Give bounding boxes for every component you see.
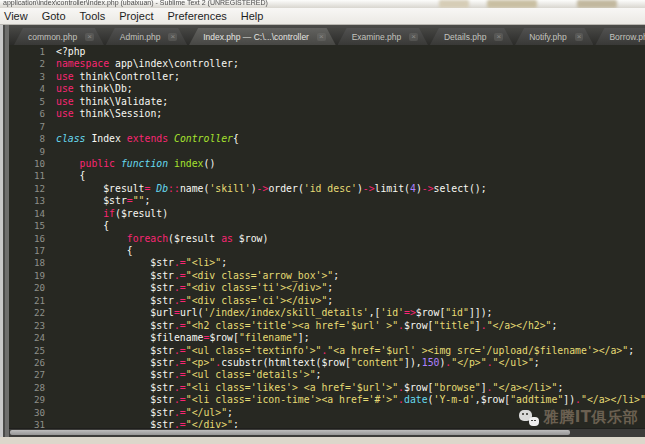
line-number: 21	[9, 295, 56, 307]
code-text: {	[56, 245, 133, 257]
titlebar-decor	[577, 0, 617, 8]
window-body: common.php×Admin.php×Index.php — C:\...\…	[0, 25, 645, 437]
sublime-window: application\index\controller\Index.php (…	[0, 0, 645, 444]
code-line: 12 $result= Db::name('skill')->order('id…	[9, 183, 645, 195]
menu-item-tools[interactable]: Tools	[73, 10, 113, 22]
code-line: 22 $url=url('/index/index/skill_details'…	[9, 307, 645, 319]
tab-notify-php[interactable]: Notify.php×	[515, 28, 593, 45]
line-number: 19	[9, 270, 56, 282]
code-text: $result= Db::name('skill')->order('id de…	[56, 183, 487, 195]
code-text: $str.="<div class='arrow_box'>";	[56, 270, 339, 282]
code-text: $str.="<h2 class='title'><a href='$url' …	[56, 320, 557, 332]
tab-label: Admin.php	[120, 32, 161, 42]
window-bottom-edge	[0, 437, 645, 444]
menu-item-help[interactable]: Help	[234, 10, 271, 22]
line-number: 25	[9, 345, 56, 357]
tab-close-icon[interactable]: ×	[168, 33, 177, 41]
line-number: 23	[9, 320, 56, 332]
tab-details-php[interactable]: Details.php×	[430, 28, 513, 45]
code-text: namespace app\index\controller;	[56, 58, 239, 70]
tab-borrow-php[interactable]: Borrow.php×	[595, 28, 645, 45]
tab-label: Details.php	[444, 32, 487, 42]
tab-label: Examine.php	[352, 32, 402, 42]
tab-close-icon[interactable]: ×	[575, 33, 584, 41]
tab-close-icon[interactable]: ×	[85, 33, 94, 41]
line-number: 6	[9, 108, 56, 120]
code-text: $str.="</div>";	[56, 419, 239, 428]
line-number: 20	[9, 282, 56, 294]
menu-item-goto[interactable]: Goto	[35, 10, 73, 22]
tab-label: Borrow.php	[609, 32, 645, 42]
line-number: 12	[9, 183, 56, 195]
code-line: 6use think\Session;	[9, 108, 645, 120]
code-line: 5use think\Validate;	[9, 96, 645, 108]
line-number: 7	[9, 121, 56, 133]
tab-bar: common.php×Admin.php×Index.php — C:\...\…	[9, 25, 645, 45]
tab-common-php[interactable]: common.php×	[14, 28, 104, 45]
code-text: if($result)	[56, 208, 168, 220]
code-line: 4use think\Db;	[9, 83, 645, 95]
line-number: 4	[9, 83, 56, 95]
code-line: 9	[9, 146, 645, 158]
tab-close-icon[interactable]: ×	[317, 33, 326, 41]
line-number: 27	[9, 369, 56, 381]
line-number: 11	[9, 170, 56, 182]
main-area: common.php×Admin.php×Index.php — C:\...\…	[9, 25, 645, 437]
line-number: 24	[9, 332, 56, 344]
code-line: 24 $filename=$row["filename"];	[9, 332, 645, 344]
code-text: $url=url('/index/index/skill_details',['…	[56, 307, 493, 319]
menu-item-view[interactable]: View	[0, 10, 35, 22]
tab-close-icon[interactable]: ×	[494, 33, 503, 41]
code-text: <?php	[56, 46, 86, 58]
code-line: 15 {	[9, 220, 645, 232]
code-text: {	[56, 170, 86, 182]
line-number: 28	[9, 382, 56, 394]
horizontal-scrollbar[interactable]	[9, 428, 645, 437]
code-line: 8class Index extends Controller{	[9, 133, 645, 145]
code-text: $str.="<div class='ti'></div>";	[56, 282, 333, 294]
code-text: class Index extends Controller{	[56, 133, 239, 145]
code-line: 14 if($result)	[9, 208, 645, 220]
code-line: 29 $str.="<li class='icon-time'><a href=…	[9, 394, 645, 406]
code-text: $str.="<p>".csubstr(htmltext($row["conte…	[56, 357, 540, 369]
tab-label: common.php	[28, 32, 77, 42]
code-text: foreach($result as $row)	[56, 233, 268, 245]
code-line: 28 $str.="<li class='likes'> <a href='$u…	[9, 382, 645, 394]
code-text: $str.="<ul class='textinfo'>"."<a href='…	[56, 345, 634, 357]
code-line: 23 $str.="<h2 class='title'><a href='$ur…	[9, 320, 645, 332]
tab-index-php-c-controller[interactable]: Index.php — C:\...\controller×	[189, 28, 336, 45]
code-editor[interactable]: 1<?php2namespace app\index\controller;3u…	[9, 45, 645, 428]
code-text: public function index()	[56, 158, 215, 170]
line-number: 26	[9, 357, 56, 369]
titlebar-decor	[487, 0, 537, 8]
line-number: 1	[9, 46, 56, 58]
watermark: 雅腾IT俱乐部	[519, 408, 638, 427]
window-title: application\index\controller\Index.php (…	[0, 0, 645, 7]
scrollbar-thumb[interactable]	[10, 430, 570, 435]
line-number: 10	[9, 158, 56, 170]
line-number: 29	[9, 394, 56, 406]
tab-admin-php[interactable]: Admin.php×	[106, 28, 187, 45]
titlebar-decor	[439, 0, 469, 8]
menu-item-preferences[interactable]: Preferences	[160, 10, 233, 22]
code-text: {	[56, 220, 109, 232]
code-line: 7	[9, 121, 645, 133]
line-number: 9	[9, 146, 56, 158]
code-line: 3use think\Controller;	[9, 71, 645, 83]
line-number: 2	[9, 58, 56, 70]
tab-examine-php[interactable]: Examine.php×	[338, 28, 428, 45]
line-number: 30	[9, 407, 56, 419]
code-line: 16 foreach($result as $row)	[9, 233, 645, 245]
code-line: 20 $str.="<div class='ti'></div>";	[9, 282, 645, 294]
code-line: 17 {	[9, 245, 645, 257]
tab-label: Notify.php	[529, 32, 567, 42]
menu-item-project[interactable]: Project	[112, 10, 160, 22]
tab-close-icon[interactable]: ×	[409, 33, 418, 41]
code-text: use think\Validate;	[56, 96, 168, 108]
window-left-frame	[0, 25, 9, 437]
code-text: $str.="<li class='icon-time'><a href='#'…	[56, 394, 645, 406]
code-text: use think\Controller;	[56, 71, 180, 83]
code-text: $filename=$row["filename"];	[56, 332, 310, 344]
code-text: $str.="<div class='ci'></div>";	[56, 295, 333, 307]
tab-label: Index.php — C:\...\controller	[203, 32, 309, 42]
